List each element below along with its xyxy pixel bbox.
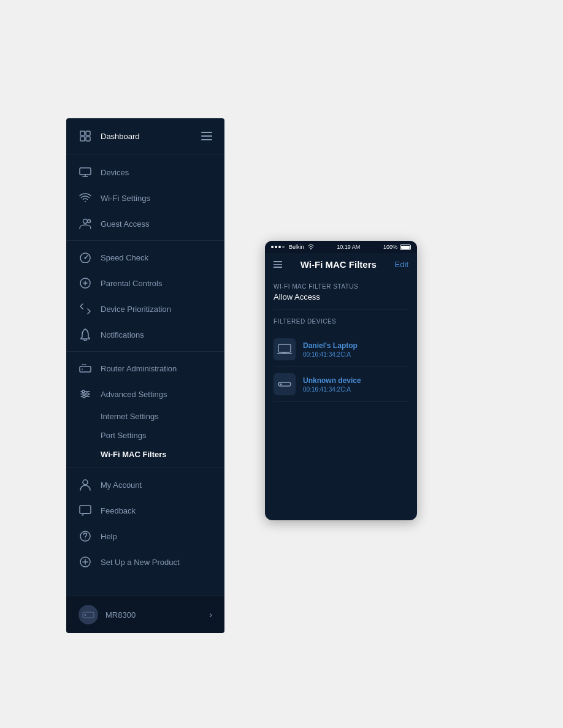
router-item[interactable]: MR8300 › <box>66 596 224 633</box>
laptop-icon <box>274 338 296 360</box>
phone-content: Wi-Fi MAC Filter Status Allow Access Fil… <box>265 275 417 411</box>
status-time: 10:19 AM <box>337 244 360 250</box>
device-info-laptop: Daniel's Laptop 00:16:41:34:2C:A <box>303 341 358 358</box>
sidebar-item-router-admin[interactable]: Router Administration <box>66 355 224 381</box>
feedback-icon <box>79 504 92 517</box>
sidebar-item-dashboard[interactable]: Dashboard <box>79 129 140 143</box>
sub-wifi-mac-filters[interactable]: Wi-Fi MAC Filters <box>66 445 224 464</box>
help-icon <box>79 529 92 543</box>
guest-icon <box>79 217 92 230</box>
svg-point-15 <box>82 390 85 393</box>
help-label: Help <box>101 532 117 541</box>
sidebar-item-priority[interactable]: Device Prioritization <box>66 296 224 322</box>
device-item-unknown[interactable]: Unknown device 00:16:41:34:2C:A <box>274 367 408 402</box>
parental-icon <box>79 276 92 290</box>
status-carrier: Belkin <box>271 244 314 250</box>
router-avatar <box>79 605 98 624</box>
svg-rect-26 <box>282 352 287 354</box>
sidebar-item-speed[interactable]: Speed Check <box>66 245 224 270</box>
devices-icon <box>79 165 92 179</box>
svg-rect-25 <box>278 344 291 352</box>
account-label: My Account <box>101 480 142 490</box>
device-item-laptop[interactable]: Daniel's Laptop 00:16:41:34:2C:A <box>274 332 408 367</box>
sidebar: Dashboard Devices <box>66 118 224 633</box>
svg-point-11 <box>82 369 83 370</box>
advanced-label: Advanced Settings <box>101 390 167 399</box>
sidebar-item-wifi[interactable]: Wi-Fi Settings <box>66 185 224 211</box>
router-name: MR8300 <box>105 610 209 620</box>
svg-rect-10 <box>80 366 91 372</box>
svg-rect-19 <box>80 506 91 514</box>
svg-rect-0 <box>80 131 85 135</box>
sub-port-settings[interactable]: Port Settings <box>66 426 224 445</box>
router-admin-label: Router Administration <box>101 364 177 373</box>
new-product-label: Set Up a New Product <box>101 558 180 567</box>
add-icon <box>79 555 92 569</box>
filter-status-value: Allow Access <box>274 292 408 309</box>
phone-edit-button[interactable]: Edit <box>395 260 408 269</box>
phone-header: Wi-Fi MAC Filters Edit <box>265 253 417 275</box>
device-mac-laptop: 00:16:41:34:2C:A <box>303 351 358 358</box>
chevron-right-icon: › <box>209 610 212 620</box>
sidebar-item-help[interactable]: Help <box>66 523 224 549</box>
svg-point-28 <box>280 384 282 385</box>
filtered-devices-label: Filtered Devices <box>274 318 408 325</box>
svg-point-24 <box>85 614 86 616</box>
device-info-unknown: Unknown device 00:16:41:34:2C:A <box>303 376 361 393</box>
battery-icon <box>400 245 411 250</box>
svg-point-21 <box>85 539 86 540</box>
speed-label: Speed Check <box>101 253 148 262</box>
filter-status-label: Wi-Fi MAC Filter Status <box>274 283 408 290</box>
parental-label: Parental Controls <box>101 279 162 288</box>
wifi-label: Wi-Fi Settings <box>101 194 150 203</box>
sidebar-navigation: Devices Wi-Fi Settings <box>66 154 224 580</box>
sidebar-item-notifications[interactable]: Notifications <box>66 322 224 347</box>
speed-icon <box>79 251 92 264</box>
sidebar-item-account[interactable]: My Account <box>66 472 224 498</box>
advanced-settings-icon <box>79 387 92 401</box>
priority-label: Device Prioritization <box>101 305 171 314</box>
dashboard-label: Dashboard <box>101 132 140 141</box>
device-name-unknown: Unknown device <box>303 376 361 385</box>
unknown-device-icon <box>274 373 296 395</box>
sidebar-item-advanced[interactable]: Advanced Settings <box>66 381 224 407</box>
wifi-icon <box>79 191 92 205</box>
status-battery: 100% <box>383 244 411 250</box>
devices-label: Devices <box>101 168 129 177</box>
sidebar-item-devices[interactable]: Devices <box>66 159 224 185</box>
svg-rect-2 <box>80 137 85 141</box>
svg-point-18 <box>83 480 88 485</box>
sidebar-item-guest[interactable]: Guest Access <box>66 211 224 237</box>
sub-internet-settings[interactable]: Internet Settings <box>66 407 224 426</box>
sidebar-item-parental[interactable]: Parental Controls <box>66 270 224 296</box>
svg-rect-4 <box>80 168 91 175</box>
phone-mockup: Belkin 10:19 AM 100% Wi-Fi MAC Filters E… <box>265 241 417 520</box>
device-mac-unknown: 00:16:41:34:2C:A <box>303 386 361 393</box>
phone-status-bar: Belkin 10:19 AM 100% <box>265 241 417 253</box>
notification-icon <box>79 328 92 341</box>
hamburger-menu[interactable] <box>201 132 212 140</box>
priority-icon <box>79 302 92 316</box>
account-icon <box>79 478 92 491</box>
svg-point-8 <box>85 257 86 259</box>
svg-point-16 <box>86 393 88 395</box>
notifications-label: Notifications <box>101 330 144 339</box>
phone-title: Wi-Fi MAC Filters <box>301 259 377 270</box>
device-name-laptop: Daniel's Laptop <box>303 341 358 350</box>
phone-hamburger-icon[interactable] <box>274 261 282 268</box>
svg-rect-3 <box>86 137 90 141</box>
guest-label: Guest Access <box>101 219 149 229</box>
feedback-label: Feedback <box>101 506 136 515</box>
router-admin-icon <box>79 362 92 375</box>
sidebar-item-feedback[interactable]: Feedback <box>66 498 224 523</box>
svg-rect-1 <box>86 131 90 135</box>
svg-point-5 <box>83 219 88 224</box>
dashboard-icon <box>79 129 92 143</box>
svg-point-17 <box>83 395 85 398</box>
signal-dots <box>271 246 285 248</box>
svg-point-6 <box>88 220 91 223</box>
sidebar-header: Dashboard <box>66 118 224 154</box>
sidebar-item-new-product[interactable]: Set Up a New Product <box>66 549 224 575</box>
